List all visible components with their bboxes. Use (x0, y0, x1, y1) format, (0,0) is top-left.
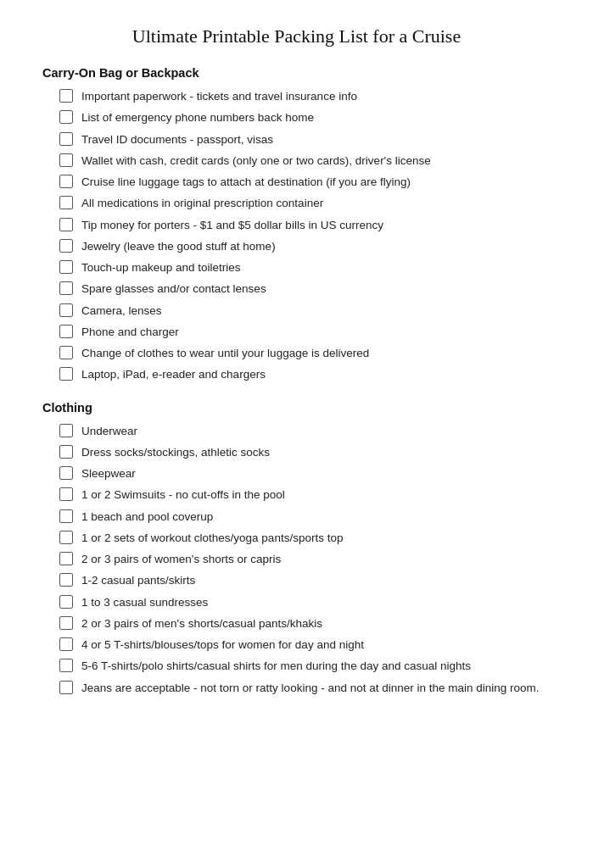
item-text: Tip money for porters - $1 and $5 dollar… (81, 217, 551, 234)
checkbox-icon[interactable] (59, 681, 73, 694)
item-text: 1-2 casual pants/skirts (81, 572, 551, 589)
item-text: Touch-up makeup and toiletries (81, 259, 551, 276)
checkbox-icon[interactable] (59, 303, 73, 317)
list-item[interactable]: 2 or 3 pairs of women's shorts or capris (59, 551, 551, 568)
item-text: Underwear (81, 423, 551, 440)
list-item[interactable]: Camera, lenses (59, 303, 551, 320)
list-item[interactable]: 4 or 5 T-shirts/blouses/tops for women f… (59, 637, 551, 654)
checkbox-icon[interactable] (59, 637, 73, 651)
list-item[interactable]: 2 or 3 pairs of men's shorts/casual pant… (59, 615, 551, 632)
list-item[interactable]: 1 or 2 Swimsuits - no cut-offs in the po… (59, 487, 551, 504)
list-item[interactable]: Jeans are acceptable - not torn or ratty… (59, 680, 551, 697)
checklist-clothing: UnderwearDress socks/stockings, athletic… (59, 423, 551, 697)
item-text: 2 or 3 pairs of men's shorts/casual pant… (81, 615, 551, 632)
list-item[interactable]: Spare glasses and/or contact lenses (59, 281, 551, 298)
checkbox-icon[interactable] (59, 573, 73, 587)
item-text: 1 or 2 sets of workout clothes/yoga pant… (81, 530, 551, 547)
checkbox-icon[interactable] (59, 196, 73, 209)
section-heading-clothing: Clothing (42, 401, 551, 415)
item-text: 1 or 2 Swimsuits - no cut-offs in the po… (81, 487, 551, 504)
checkbox-icon[interactable] (59, 445, 73, 459)
list-item[interactable]: All medications in original prescription… (59, 195, 551, 212)
checkbox-icon[interactable] (59, 659, 73, 672)
item-text: Laptop, iPad, e-reader and chargers (81, 366, 551, 383)
section-clothing: ClothingUnderwearDress socks/stockings, … (42, 401, 551, 697)
section-heading-carry-on: Carry-On Bag or Backpack (42, 66, 551, 80)
item-text: 1 to 3 casual sundresses (81, 594, 551, 611)
list-item[interactable]: 1 or 2 sets of workout clothes/yoga pant… (59, 530, 551, 547)
checklist-carry-on: Important paperwork - tickets and travel… (59, 88, 551, 384)
list-item[interactable]: Cruise line luggage tags to attach at de… (59, 174, 551, 191)
item-text: All medications in original prescription… (81, 195, 551, 212)
checkbox-icon[interactable] (59, 325, 73, 338)
list-item[interactable]: 1-2 casual pants/skirts (59, 572, 551, 589)
list-item[interactable]: 5-6 T-shirts/polo shirts/casual shirts f… (59, 658, 551, 675)
checkbox-icon[interactable] (59, 175, 73, 188)
list-item[interactable]: Underwear (59, 423, 551, 440)
item-text: List of emergency phone numbers back hom… (81, 109, 551, 126)
item-text: 2 or 3 pairs of women's shorts or capris (81, 551, 551, 568)
page-title: Ultimate Printable Packing List for a Cr… (42, 25, 551, 47)
list-item[interactable]: Touch-up makeup and toiletries (59, 259, 551, 276)
item-text: Wallet with cash, credit cards (only one… (81, 153, 551, 170)
checkbox-icon[interactable] (59, 346, 73, 359)
checkbox-icon[interactable] (59, 552, 73, 565)
checkbox-icon[interactable] (59, 509, 73, 523)
checkbox-icon[interactable] (59, 218, 73, 231)
item-text: Cruise line luggage tags to attach at de… (81, 174, 551, 191)
section-carry-on: Carry-On Bag or BackpackImportant paperw… (42, 66, 551, 384)
checkbox-icon[interactable] (59, 466, 73, 480)
item-text: 4 or 5 T-shirts/blouses/tops for women f… (81, 637, 551, 654)
checkbox-icon[interactable] (59, 110, 73, 124)
item-text: Travel ID documents - passport, visas (81, 131, 551, 148)
item-text: Jeans are acceptable - not torn or ratty… (81, 680, 551, 697)
item-text: Dress socks/stockings, athletic socks (81, 444, 551, 461)
checkbox-icon[interactable] (59, 89, 73, 103)
list-item[interactable]: Wallet with cash, credit cards (only one… (59, 153, 551, 170)
checkbox-icon[interactable] (59, 424, 73, 437)
list-item[interactable]: Important paperwork - tickets and travel… (59, 88, 551, 105)
list-item[interactable]: Laptop, iPad, e-reader and chargers (59, 366, 551, 383)
list-item[interactable]: Change of clothes to wear until your lug… (59, 345, 551, 362)
checkbox-icon[interactable] (59, 595, 73, 609)
list-item[interactable]: 1 beach and pool coverup (59, 509, 551, 526)
checkbox-icon[interactable] (59, 367, 73, 381)
list-item[interactable]: Sleepwear (59, 465, 551, 482)
item-text: 5-6 T-shirts/polo shirts/casual shirts f… (81, 658, 551, 675)
item-text: 1 beach and pool coverup (81, 509, 551, 526)
checkbox-icon[interactable] (59, 260, 73, 274)
list-item[interactable]: Tip money for porters - $1 and $5 dollar… (59, 217, 551, 234)
list-item[interactable]: List of emergency phone numbers back hom… (59, 109, 551, 126)
checkbox-icon[interactable] (59, 132, 73, 146)
checkbox-icon[interactable] (59, 616, 73, 630)
list-item[interactable]: Jewelry (leave the good stuff at home) (59, 238, 551, 255)
item-text: Sleepwear (81, 465, 551, 482)
checkbox-icon[interactable] (59, 239, 73, 253)
list-item[interactable]: Phone and charger (59, 324, 551, 341)
checkbox-icon[interactable] (59, 487, 73, 501)
checkbox-icon[interactable] (59, 531, 73, 544)
checkbox-icon[interactable] (59, 281, 73, 295)
item-text: Jewelry (leave the good stuff at home) (81, 238, 551, 255)
list-item[interactable]: 1 to 3 casual sundresses (59, 594, 551, 611)
item-text: Spare glasses and/or contact lenses (81, 281, 551, 298)
item-text: Important paperwork - tickets and travel… (81, 88, 551, 105)
item-text: Phone and charger (81, 324, 551, 341)
list-item[interactable]: Dress socks/stockings, athletic socks (59, 444, 551, 461)
list-item[interactable]: Travel ID documents - passport, visas (59, 131, 551, 148)
checkbox-icon[interactable] (59, 153, 73, 167)
item-text: Change of clothes to wear until your lug… (81, 345, 551, 362)
item-text: Camera, lenses (81, 303, 551, 320)
